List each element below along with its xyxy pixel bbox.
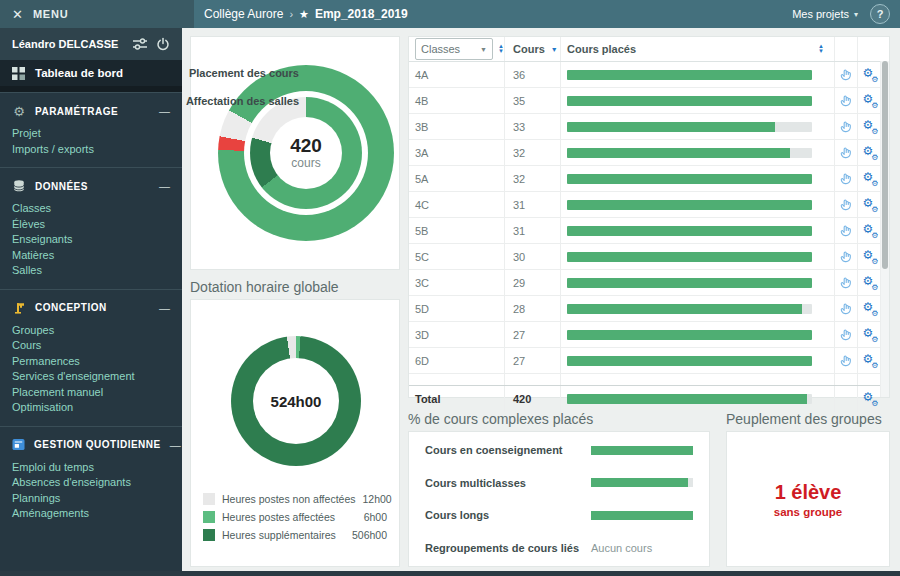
scrollbar-thumb[interactable] [882,61,888,269]
section-conception: CONCEPTION — Groupes Cours Permanences S… [0,289,182,426]
table-scrollbar [880,61,889,397]
sort-classes-button[interactable]: ▲▼ [498,44,504,54]
sort-places-button[interactable]: ▲▼ [818,44,824,54]
cogs-icon[interactable]: ⚙⚙ [858,62,881,87]
hand-icon[interactable] [835,166,858,191]
sidebar-item-matieres[interactable]: Matières [12,248,170,264]
table-row: 3C 29 ⚙⚙ [409,270,889,296]
sidebar-item-eleves[interactable]: Élèves [12,217,170,233]
cours-cell: 30 [505,244,561,269]
col-cours-header[interactable]: Cours [513,43,545,55]
placement-donut-outer: 420 cours [218,65,394,241]
sidebar-item-absences[interactable]: Absences d'enseignants [12,475,170,491]
cogs-icon[interactable]: ⚙⚙ [858,192,881,217]
cogs-icon[interactable]: ⚙⚙ [858,296,881,321]
dashboard-label: Tableau de bord [35,67,123,79]
dotation-legend: Heures postes non affectées 12h00 Heures… [203,490,387,544]
hand-icon[interactable] [835,114,858,139]
legend-swatch [203,493,215,505]
hand-icon[interactable] [835,88,858,113]
sidebar-item-groupes[interactable]: Groupes [12,323,170,339]
calendar-icon [12,438,25,451]
hand-icon[interactable] [835,348,858,373]
sidebar-item-emploi-du-temps[interactable]: Emploi du temps [12,460,170,476]
inner-ring-label: Affectation des salles [186,95,299,107]
students-without-group-label: sans groupe [774,506,842,518]
cogs-icon[interactable]: ⚙⚙ [858,140,881,165]
sidebar: Léandro DELCASSE Tableau de bord ⚙ [0,28,182,576]
hand-icon[interactable] [835,140,858,165]
menu-toggle-button[interactable]: ✕ MENU [0,0,194,28]
hand-icon[interactable] [835,322,858,347]
cogs-icon[interactable]: ⚙⚙ [858,114,881,139]
hand-icon[interactable] [835,270,858,295]
sidebar-item-enseignants[interactable]: Enseignants [12,232,170,248]
collapse-icon[interactable]: — [170,439,181,451]
cogs-icon[interactable]: ⚙⚙ [858,386,881,412]
section-header-conception[interactable]: CONCEPTION — [0,298,182,318]
sidebar-item-dashboard[interactable]: Tableau de bord [0,60,182,86]
cours-cell: 36 [505,62,561,87]
sidebar-item-placement-manuel[interactable]: Placement manuel [12,385,170,401]
cogs-icon[interactable]: ⚙⚙ [858,348,881,373]
section-label: CONCEPTION [35,302,150,313]
cogs-icon[interactable]: ⚙⚙ [858,270,881,295]
total-value: 420 [505,386,561,412]
close-icon: ✕ [12,8,23,21]
hand-icon[interactable] [835,218,858,243]
legend-value: 12h00 [362,493,391,505]
sidebar-item-plannings[interactable]: Plannings [12,491,170,507]
star-icon: ★ [299,8,309,21]
cogs-icon[interactable]: ⚙⚙ [858,244,881,269]
sidebar-item-permanences[interactable]: Permanences [12,354,170,370]
breadcrumb-school[interactable]: Collège Aurore [204,7,283,21]
cogs-icon[interactable]: ⚙⚙ [858,322,881,347]
legend-label: Heures supplémentaires [222,529,345,541]
sidebar-item-projet[interactable]: Projet [12,126,170,142]
complex-row: Cours multiclasses [425,477,693,489]
classes-filter-select[interactable]: Classes ▼ [415,38,493,60]
sidebar-item-optimisation[interactable]: Optimisation [12,400,170,416]
cours-cell: 32 [505,166,561,191]
collapse-icon[interactable]: — [159,180,170,192]
class-cell: 4A [409,62,505,87]
cogs-icon[interactable]: ⚙⚙ [858,218,881,243]
section-header-parametrage[interactable]: ⚙ PARAMÉTRAGE — [0,101,182,121]
sidebar-item-salles[interactable]: Salles [12,263,170,279]
sidebar-item-cours[interactable]: Cours [12,338,170,354]
table-row-partial [409,374,889,385]
class-cell: 3C [409,270,505,295]
sidebar-item-amenagements[interactable]: Aménagements [12,506,170,522]
collapse-icon[interactable]: — [159,302,170,314]
projects-menu-button[interactable]: Mes projets ▾ [792,8,858,20]
total-label: Total [409,386,505,412]
hand-icon[interactable] [835,62,858,87]
cogs-icon[interactable]: ⚙⚙ [858,88,881,113]
class-cell: 3D [409,322,505,347]
class-cell: 3B [409,114,505,139]
power-icon[interactable] [156,37,170,51]
sidebar-item-classes[interactable]: Classes [12,201,170,217]
sidebar-item-services-enseignement[interactable]: Services d'enseignement [12,369,170,385]
hand-icon[interactable] [835,244,858,269]
topbar-right: Mes projets ▾ ? [792,4,890,24]
hand-icon[interactable] [835,296,858,321]
class-cell: 5D [409,296,505,321]
sidebar-item-imports-exports[interactable]: Imports / exports [12,142,170,158]
gear-icon: ⚙ [12,105,26,118]
help-button[interactable]: ? [870,4,890,24]
groups-title: Peuplement des groupes [726,411,882,427]
tune-icon[interactable] [132,38,148,50]
progress-cell [561,322,835,347]
section-label: GESTION QUOTIDIENNE [34,439,161,450]
collapse-icon[interactable]: — [159,105,170,117]
grid-icon [12,67,25,80]
complex-label: Regroupements de cours liés [425,542,579,554]
section-header-donnees[interactable]: DONNÉES — [0,176,182,196]
hand-icon[interactable] [835,192,858,217]
placement-donut-inner: 420 cours [250,97,362,209]
cogs-icon[interactable]: ⚙⚙ [858,166,881,191]
section-header-gestion[interactable]: GESTION QUOTIDIENNE — [0,435,182,455]
legend-swatch [203,511,215,523]
progress-cell [561,62,835,87]
